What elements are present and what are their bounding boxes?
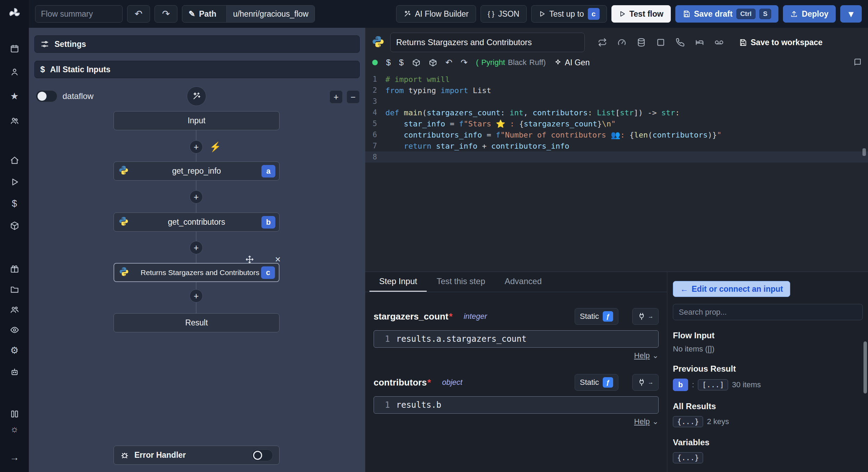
add-step-button[interactable]: + — [190, 289, 203, 303]
code-line: 6 contributors_info = f"Number of contri… — [365, 129, 868, 140]
home-icon[interactable] — [0, 153, 29, 168]
save-to-workspace-button[interactable]: Save to workspace — [739, 38, 823, 47]
all-static-inputs-button[interactable]: $ All Static Inputs — [34, 61, 360, 78]
save-draft-button[interactable]: Save draft Ctrl S — [675, 5, 779, 23]
result-node[interactable]: Result — [114, 313, 279, 332]
ai-gen-button[interactable]: AI Gen — [554, 58, 590, 67]
error-handler-toggle[interactable] — [251, 449, 273, 461]
groups-icon[interactable] — [0, 302, 29, 317]
columns-icon[interactable] — [0, 406, 29, 422]
code-editor[interactable]: 1# import wmill2from typing import List3… — [365, 74, 868, 163]
robot-icon[interactable] — [0, 364, 29, 380]
zoom-out-button[interactable]: − — [347, 90, 360, 103]
caret-down-icon[interactable]: ⌄ — [652, 417, 659, 426]
previous-result-title: Previous Result — [673, 364, 862, 374]
undo-icon[interactable]: ↶ — [445, 58, 452, 67]
static-mode-button[interactable]: Static ƒ — [575, 374, 618, 391]
json-button[interactable]: { } JSON — [481, 5, 527, 23]
settings-icon[interactable]: ⚙ — [0, 343, 29, 358]
expr-input-contributors[interactable]: 1 results.b — [374, 396, 659, 414]
variables-preview[interactable]: {...} — [673, 452, 703, 463]
expand-sidebar-icon[interactable]: → — [0, 450, 29, 465]
help-link[interactable]: Help — [634, 417, 650, 426]
step-title-input[interactable] — [390, 33, 585, 52]
user-icon[interactable] — [0, 64, 29, 80]
all-results-row: {...} 2 keys — [673, 416, 862, 427]
move-step-handle[interactable] — [245, 255, 254, 264]
variables-icon[interactable]: $ — [0, 196, 29, 211]
theme-icon[interactable]: ☼ — [0, 421, 29, 437]
gauge-icon[interactable] — [617, 38, 626, 47]
dollar-icon[interactable]: $ — [399, 58, 403, 67]
flow-summary-input[interactable] — [35, 5, 123, 23]
star-icon[interactable]: ★ — [0, 89, 29, 104]
tab-step-input[interactable]: Step Input — [369, 272, 427, 292]
settings-button[interactable]: Settings — [34, 35, 360, 53]
prev-result-preview[interactable]: [...] — [698, 379, 728, 390]
folder-icon[interactable] — [0, 282, 29, 297]
toggle-knob — [253, 451, 262, 460]
dollar-icon[interactable]: $ — [386, 58, 391, 67]
trigger-bolt-button[interactable]: ⚡ — [209, 140, 222, 154]
users-icon[interactable] — [0, 113, 29, 129]
add-step-button[interactable]: + — [190, 241, 203, 254]
tab-advanced[interactable]: Advanced — [495, 272, 551, 292]
step-node-c[interactable]: Returns Stargazers and Contributors c — [114, 263, 279, 282]
status-dot — [372, 60, 378, 65]
delete-step-button[interactable]: × — [275, 254, 281, 265]
input-node[interactable]: Input — [114, 111, 279, 130]
add-step-button[interactable]: + — [190, 140, 203, 154]
ai-wand-button[interactable] — [187, 86, 206, 106]
connect-input-button[interactable]: → — [632, 374, 659, 391]
resources-icon[interactable] — [0, 218, 29, 233]
book-icon[interactable] — [853, 58, 862, 67]
database-icon[interactable] — [637, 38, 646, 47]
dataflow-toggle[interactable] — [36, 90, 57, 102]
phone-icon[interactable] — [676, 38, 685, 47]
caret-down-icon[interactable]: ⌄ — [652, 351, 659, 360]
package-plus-icon[interactable] — [429, 58, 437, 67]
prev-result-badge[interactable]: b — [673, 379, 688, 391]
bed-icon[interactable] — [695, 38, 704, 47]
calendar-icon[interactable] — [0, 41, 29, 56]
plus-icon: + — [194, 142, 199, 152]
props-scrollbar[interactable] — [863, 341, 867, 394]
step-node-b[interactable]: get_contributors b — [114, 213, 279, 232]
editor-scrollbar[interactable] — [862, 148, 866, 156]
square-icon[interactable] — [656, 38, 665, 47]
step-node-a[interactable]: get_repo_info a — [114, 162, 279, 181]
eye-icon[interactable] — [0, 322, 29, 338]
prop-search-input[interactable] — [673, 304, 863, 320]
play-icon — [619, 10, 626, 17]
zoom-in-button[interactable]: + — [329, 90, 343, 103]
voicemail-icon[interactable] — [715, 38, 724, 47]
static-mode-button[interactable]: Static ƒ — [575, 308, 618, 325]
tab-test-this-step[interactable]: Test this step — [427, 272, 495, 292]
add-step-button[interactable]: + — [190, 190, 203, 204]
editor-header-icons — [598, 38, 724, 47]
undo-button[interactable]: ↶ — [127, 5, 150, 23]
box-icon[interactable] — [0, 261, 29, 276]
help-link[interactable]: Help — [634, 351, 650, 360]
loop-icon[interactable] — [598, 38, 607, 47]
expr-input-stargazers[interactable]: 1 results.a.stargazers_count — [374, 330, 659, 348]
deploy-button[interactable]: Deploy — [783, 5, 836, 23]
redo-icon[interactable]: ↷ — [461, 58, 468, 67]
test-up-to-button[interactable]: Test up to c — [531, 5, 607, 23]
connect-input-button[interactable]: → — [632, 308, 659, 325]
sliders-icon — [40, 40, 49, 49]
edit-connect-button[interactable]: ← Edit or connect an input — [673, 281, 790, 297]
package-icon[interactable] — [412, 58, 420, 67]
code-assistants-status[interactable]: (Pyright Black Ruff) — [476, 58, 546, 67]
redo-button[interactable]: ↷ — [155, 5, 177, 23]
windmill-logo[interactable] — [0, 6, 29, 21]
sparkle-icon — [554, 59, 562, 66]
connect-props-panel: ← Edit or connect an input Flow Input No… — [667, 272, 868, 472]
runs-icon[interactable] — [0, 174, 29, 190]
path-button[interactable]: ✎ Path u/henri/gracious_flow — [182, 5, 315, 23]
test-flow-button[interactable]: Test flow — [611, 5, 671, 23]
deploy-menu-button[interactable]: ▾ — [840, 5, 862, 23]
error-handler-node[interactable]: Error Handler — [114, 446, 279, 465]
ai-flow-builder-button[interactable]: AI Flow Builder — [396, 5, 476, 23]
all-results-preview[interactable]: {...} — [673, 416, 703, 427]
